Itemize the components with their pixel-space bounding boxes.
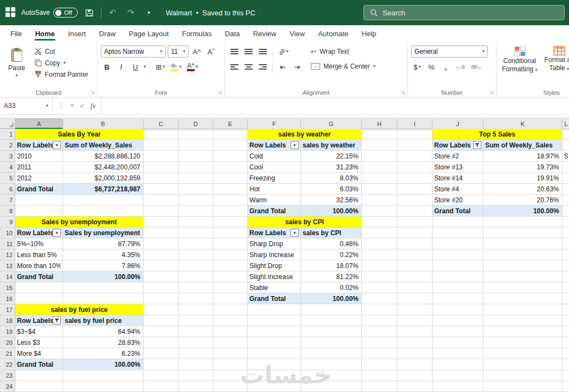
- cell-H15[interactable]: [362, 282, 397, 293]
- format-as-table-button[interactable]: Format as Table ▾: [539, 46, 569, 73]
- cell-E6[interactable]: [213, 184, 248, 195]
- cell-L16[interactable]: [562, 293, 569, 304]
- cell-E5[interactable]: [213, 173, 248, 184]
- row-header-5[interactable]: 5: [0, 173, 15, 184]
- cell-E8[interactable]: [213, 206, 248, 217]
- cell-H14[interactable]: [362, 271, 397, 282]
- cell-L11[interactable]: [562, 238, 569, 249]
- cell-E20[interactable]: [213, 337, 248, 348]
- cell-G16[interactable]: 100.00%: [301, 293, 362, 304]
- cell-G12[interactable]: 0.22%: [301, 249, 362, 260]
- cell-B15[interactable]: [63, 282, 144, 293]
- cell-F2[interactable]: Row Labels▾: [248, 140, 301, 151]
- cell-C18[interactable]: [144, 315, 179, 326]
- cell-K5[interactable]: 19.91%: [483, 173, 562, 184]
- row-header-17[interactable]: 17: [0, 304, 15, 315]
- align-right-button[interactable]: [257, 61, 269, 73]
- cell-G15[interactable]: 0.02%: [301, 282, 362, 293]
- cell-I16[interactable]: [397, 293, 433, 304]
- cell-K14[interactable]: [483, 271, 562, 282]
- column-header-D[interactable]: D: [179, 118, 213, 129]
- ribbon-tab-page-layout[interactable]: Page Layout: [123, 27, 175, 41]
- cell-F8[interactable]: Grand Total: [248, 206, 301, 217]
- cell-I19[interactable]: [397, 326, 433, 337]
- cell-L22[interactable]: [562, 359, 569, 370]
- cell-B7[interactable]: [63, 195, 144, 206]
- cell-F19[interactable]: [248, 326, 301, 337]
- cell-C11[interactable]: [144, 238, 179, 249]
- font-dialog-launcher[interactable]: ↘: [218, 90, 222, 95]
- cell-I3[interactable]: [397, 151, 433, 162]
- ribbon-tab-data[interactable]: Data: [219, 27, 246, 41]
- column-header-K[interactable]: K: [483, 118, 562, 129]
- row-header-24[interactable]: 24: [0, 381, 15, 392]
- cell-B14[interactable]: 100.00%: [63, 271, 144, 282]
- cell-D13[interactable]: [179, 260, 213, 271]
- filter-applied-button[interactable]: [53, 316, 61, 325]
- row-header-1[interactable]: 1: [0, 129, 15, 140]
- merge-center-button[interactable]: ↔ Merge & Center ▾: [309, 60, 378, 72]
- cell-A22[interactable]: Grand Total: [15, 359, 63, 370]
- cell-J2[interactable]: Row Labels: [433, 140, 483, 151]
- cell-H6[interactable]: [362, 184, 397, 195]
- cell-F3[interactable]: Cold: [248, 151, 301, 162]
- cell-J8[interactable]: Grand Total: [433, 206, 483, 217]
- cell-H20[interactable]: [362, 337, 397, 348]
- cell-L15[interactable]: [562, 282, 569, 293]
- filter-dropdown-button[interactable]: ▾: [291, 141, 299, 149]
- cell-C6[interactable]: [144, 184, 179, 195]
- cell-G23[interactable]: [301, 370, 362, 381]
- cell-G24[interactable]: [301, 381, 362, 392]
- cell-I1[interactable]: [397, 129, 433, 140]
- cell-A20[interactable]: Less $3: [15, 337, 63, 348]
- ribbon-tab-formulas[interactable]: Formulas: [176, 27, 218, 41]
- cell-B4[interactable]: $2,448,200,007: [63, 162, 144, 173]
- cell-H22[interactable]: [362, 359, 397, 370]
- cell-B10[interactable]: Sales by unemployment: [63, 228, 144, 238]
- cell-H23[interactable]: [362, 370, 397, 381]
- cell-B3[interactable]: $2,288,886,120: [63, 151, 144, 162]
- cell-J6[interactable]: Store #4: [433, 184, 483, 195]
- cell-I14[interactable]: [397, 271, 433, 282]
- cell-A24[interactable]: [15, 381, 63, 392]
- cell-C2[interactable]: [144, 140, 179, 151]
- cell-B20[interactable]: 28.83%: [63, 337, 144, 348]
- cell-A7[interactable]: [15, 195, 63, 206]
- cell-D15[interactable]: [179, 282, 213, 293]
- cut-button[interactable]: Cut: [32, 46, 90, 57]
- cell-B6[interactable]: $6,737,218,987: [63, 184, 144, 195]
- cell-C16[interactable]: [144, 293, 179, 304]
- row-header-15[interactable]: 15: [0, 282, 15, 293]
- cell-I15[interactable]: [397, 282, 433, 293]
- cell-F6[interactable]: Hot: [248, 184, 301, 195]
- cell-F24[interactable]: [248, 381, 301, 392]
- cell-G4[interactable]: 31.23%: [301, 162, 362, 173]
- filter-applied-button[interactable]: [473, 141, 481, 149]
- cell-J14[interactable]: [433, 271, 483, 282]
- row-header-20[interactable]: 20: [0, 337, 15, 348]
- cell-A13[interactable]: More than 10%: [15, 260, 63, 271]
- increase-indent-button[interactable]: ⇥: [291, 61, 303, 73]
- cell-D1[interactable]: [179, 129, 213, 140]
- cell-J9[interactable]: [433, 217, 483, 228]
- cell-D20[interactable]: [179, 337, 213, 348]
- column-header-L[interactable]: L: [562, 118, 569, 129]
- cell-D18[interactable]: [179, 315, 213, 326]
- cell-C20[interactable]: [144, 337, 179, 348]
- cell-H11[interactable]: [362, 238, 397, 249]
- cell-I22[interactable]: [397, 359, 433, 370]
- cell-H17[interactable]: [362, 304, 397, 315]
- cell-I23[interactable]: [397, 370, 433, 381]
- cell-C3[interactable]: [144, 151, 179, 162]
- row-header-8[interactable]: 8: [0, 206, 15, 217]
- cell-G2[interactable]: sales by weather: [301, 140, 362, 151]
- cell-K4[interactable]: 19.73%: [483, 162, 562, 173]
- row-header-3[interactable]: 3: [0, 151, 15, 162]
- cell-F1[interactable]: sales by weather: [248, 129, 362, 140]
- cell-A19[interactable]: $3~$4: [15, 326, 63, 337]
- decrease-font-size-button[interactable]: Aˇ: [205, 46, 217, 58]
- cell-E16[interactable]: [213, 293, 248, 304]
- cell-L24[interactable]: [562, 381, 569, 392]
- row-header-4[interactable]: 4: [0, 162, 15, 173]
- cell-C14[interactable]: [144, 271, 179, 282]
